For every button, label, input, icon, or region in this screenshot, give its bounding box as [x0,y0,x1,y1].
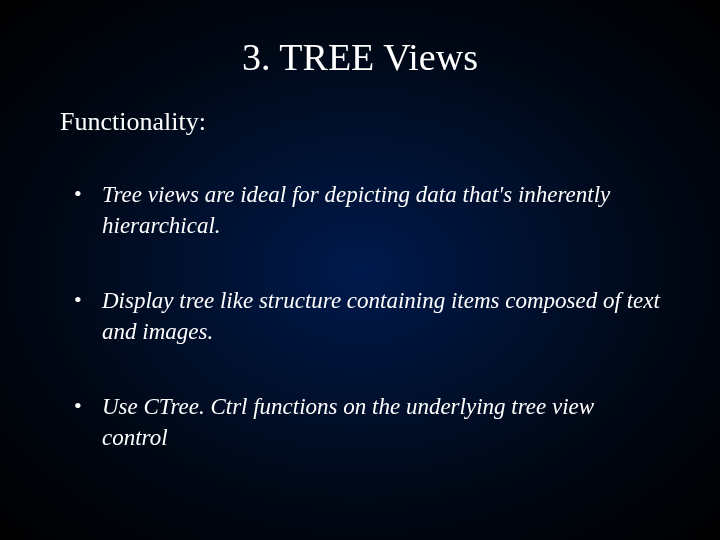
slide-container: 3. TREE Views Functionality: Tree views … [0,0,720,540]
list-item: Tree views are ideal for depicting data … [74,179,660,241]
bullet-list: Tree views are ideal for depicting data … [60,179,660,453]
slide-subtitle: Functionality: [60,107,660,137]
slide-title: 3. TREE Views [60,35,660,79]
list-item: Use CTree. Ctrl functions on the underly… [74,391,660,453]
list-item: Display tree like structure containing i… [74,285,660,347]
